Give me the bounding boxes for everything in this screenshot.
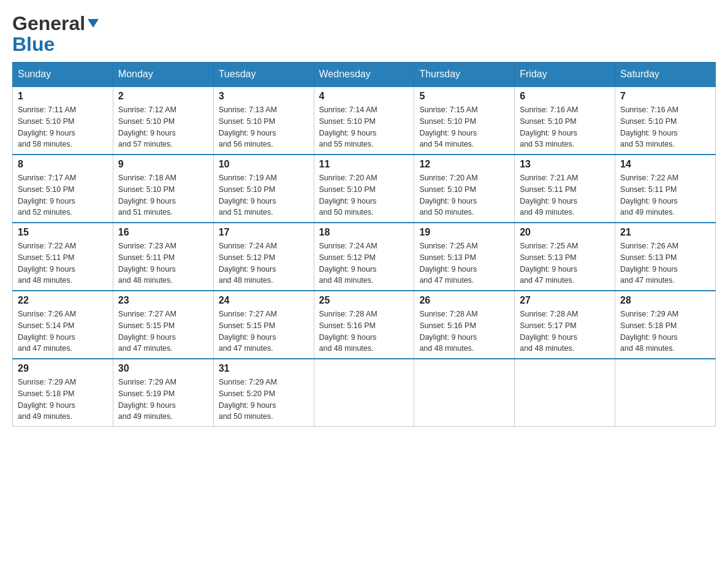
day-info: Sunrise: 7:27 AM Sunset: 5:15 PM Dayligh… xyxy=(118,308,208,354)
day-info: Sunrise: 7:29 AM Sunset: 5:18 PM Dayligh… xyxy=(620,308,710,354)
day-number: 10 xyxy=(219,159,309,170)
day-info: Sunrise: 7:28 AM Sunset: 5:17 PM Dayligh… xyxy=(520,308,610,354)
day-info: Sunrise: 7:11 AM Sunset: 5:10 PM Dayligh… xyxy=(18,104,108,150)
day-number: 27 xyxy=(520,295,610,306)
day-info: Sunrise: 7:16 AM Sunset: 5:10 PM Dayligh… xyxy=(520,104,610,150)
day-number: 23 xyxy=(118,295,208,306)
logo: General Blue xyxy=(12,12,99,56)
calendar-cell: 5 Sunrise: 7:15 AM Sunset: 5:10 PM Dayli… xyxy=(414,86,515,155)
day-info: Sunrise: 7:28 AM Sunset: 5:16 PM Dayligh… xyxy=(319,308,409,354)
day-number: 16 xyxy=(118,227,208,238)
day-number: 30 xyxy=(118,363,208,374)
day-info: Sunrise: 7:25 AM Sunset: 5:13 PM Dayligh… xyxy=(419,240,509,286)
calendar-cell: 3 Sunrise: 7:13 AM Sunset: 5:10 PM Dayli… xyxy=(213,86,314,155)
day-number: 11 xyxy=(319,159,409,170)
day-number: 18 xyxy=(319,227,409,238)
calendar-cell: 31 Sunrise: 7:29 AM Sunset: 5:20 PM Dayl… xyxy=(213,359,314,427)
weekday-header-thursday: Thursday xyxy=(414,63,515,87)
day-info: Sunrise: 7:20 AM Sunset: 5:10 PM Dayligh… xyxy=(319,172,409,218)
day-info: Sunrise: 7:22 AM Sunset: 5:11 PM Dayligh… xyxy=(18,240,108,286)
calendar-week-1: 1 Sunrise: 7:11 AM Sunset: 5:10 PM Dayli… xyxy=(13,86,716,155)
weekday-header-monday: Monday xyxy=(113,63,213,87)
day-number: 14 xyxy=(620,159,710,170)
calendar-cell xyxy=(615,359,716,427)
day-info: Sunrise: 7:20 AM Sunset: 5:10 PM Dayligh… xyxy=(419,172,509,218)
calendar-week-2: 8 Sunrise: 7:17 AM Sunset: 5:10 PM Dayli… xyxy=(13,155,716,223)
calendar-cell: 9 Sunrise: 7:18 AM Sunset: 5:10 PM Dayli… xyxy=(113,155,213,223)
calendar-cell: 25 Sunrise: 7:28 AM Sunset: 5:16 PM Dayl… xyxy=(314,291,414,359)
calendar-cell: 13 Sunrise: 7:21 AM Sunset: 5:11 PM Dayl… xyxy=(515,155,615,223)
day-number: 6 xyxy=(520,91,610,102)
day-info: Sunrise: 7:12 AM Sunset: 5:10 PM Dayligh… xyxy=(118,104,208,150)
day-number: 25 xyxy=(319,295,409,306)
day-info: Sunrise: 7:22 AM Sunset: 5:11 PM Dayligh… xyxy=(620,172,710,218)
day-number: 21 xyxy=(620,227,710,238)
day-info: Sunrise: 7:14 AM Sunset: 5:10 PM Dayligh… xyxy=(319,104,409,150)
weekday-header-sunday: Sunday xyxy=(13,63,113,87)
calendar-cell: 17 Sunrise: 7:24 AM Sunset: 5:12 PM Dayl… xyxy=(213,223,314,291)
calendar-cell: 30 Sunrise: 7:29 AM Sunset: 5:19 PM Dayl… xyxy=(113,359,213,427)
calendar-cell: 16 Sunrise: 7:23 AM Sunset: 5:11 PM Dayl… xyxy=(113,223,213,291)
day-number: 29 xyxy=(18,363,108,374)
day-number: 31 xyxy=(219,363,309,374)
day-info: Sunrise: 7:28 AM Sunset: 5:16 PM Dayligh… xyxy=(419,308,509,354)
logo-general: General xyxy=(12,12,85,35)
day-info: Sunrise: 7:17 AM Sunset: 5:10 PM Dayligh… xyxy=(18,172,108,218)
calendar-week-3: 15 Sunrise: 7:22 AM Sunset: 5:11 PM Dayl… xyxy=(13,223,716,291)
calendar-cell: 12 Sunrise: 7:20 AM Sunset: 5:10 PM Dayl… xyxy=(414,155,515,223)
calendar-cell xyxy=(414,359,515,427)
calendar-week-4: 22 Sunrise: 7:26 AM Sunset: 5:14 PM Dayl… xyxy=(13,291,716,359)
day-info: Sunrise: 7:18 AM Sunset: 5:10 PM Dayligh… xyxy=(118,172,208,218)
logo-triangle-icon xyxy=(88,19,99,28)
calendar-cell: 2 Sunrise: 7:12 AM Sunset: 5:10 PM Dayli… xyxy=(113,86,213,155)
day-info: Sunrise: 7:24 AM Sunset: 5:12 PM Dayligh… xyxy=(219,240,309,286)
header: General Blue xyxy=(12,12,716,56)
day-info: Sunrise: 7:26 AM Sunset: 5:13 PM Dayligh… xyxy=(620,240,710,286)
calendar-cell: 6 Sunrise: 7:16 AM Sunset: 5:10 PM Dayli… xyxy=(515,86,615,155)
day-number: 3 xyxy=(219,91,309,102)
logo-blue: Blue xyxy=(12,33,55,56)
calendar-cell: 27 Sunrise: 7:28 AM Sunset: 5:17 PM Dayl… xyxy=(515,291,615,359)
day-info: Sunrise: 7:19 AM Sunset: 5:10 PM Dayligh… xyxy=(219,172,309,218)
weekday-header-tuesday: Tuesday xyxy=(213,63,314,87)
calendar-cell: 14 Sunrise: 7:22 AM Sunset: 5:11 PM Dayl… xyxy=(615,155,716,223)
day-number: 15 xyxy=(18,227,108,238)
calendar-cell: 23 Sunrise: 7:27 AM Sunset: 5:15 PM Dayl… xyxy=(113,291,213,359)
weekday-header-row: SundayMondayTuesdayWednesdayThursdayFrid… xyxy=(13,63,716,87)
calendar-cell: 18 Sunrise: 7:24 AM Sunset: 5:12 PM Dayl… xyxy=(314,223,414,291)
day-number: 24 xyxy=(219,295,309,306)
day-number: 8 xyxy=(18,159,108,170)
day-info: Sunrise: 7:16 AM Sunset: 5:10 PM Dayligh… xyxy=(620,104,710,150)
calendar-cell xyxy=(515,359,615,427)
calendar-cell: 22 Sunrise: 7:26 AM Sunset: 5:14 PM Dayl… xyxy=(13,291,113,359)
day-info: Sunrise: 7:27 AM Sunset: 5:15 PM Dayligh… xyxy=(219,308,309,354)
calendar-cell: 24 Sunrise: 7:27 AM Sunset: 5:15 PM Dayl… xyxy=(213,291,314,359)
day-number: 28 xyxy=(620,295,710,306)
calendar-cell: 8 Sunrise: 7:17 AM Sunset: 5:10 PM Dayli… xyxy=(13,155,113,223)
day-number: 12 xyxy=(419,159,509,170)
calendar-cell: 15 Sunrise: 7:22 AM Sunset: 5:11 PM Dayl… xyxy=(13,223,113,291)
weekday-header-wednesday: Wednesday xyxy=(314,63,414,87)
day-info: Sunrise: 7:26 AM Sunset: 5:14 PM Dayligh… xyxy=(18,308,108,354)
day-number: 1 xyxy=(18,91,108,102)
day-number: 2 xyxy=(118,91,208,102)
day-number: 20 xyxy=(520,227,610,238)
day-info: Sunrise: 7:29 AM Sunset: 5:19 PM Dayligh… xyxy=(118,377,208,423)
weekday-header-saturday: Saturday xyxy=(615,63,716,87)
calendar-cell: 21 Sunrise: 7:26 AM Sunset: 5:13 PM Dayl… xyxy=(615,223,716,291)
calendar-body: 1 Sunrise: 7:11 AM Sunset: 5:10 PM Dayli… xyxy=(13,86,716,427)
day-number: 5 xyxy=(419,91,509,102)
day-number: 4 xyxy=(319,91,409,102)
calendar-cell: 10 Sunrise: 7:19 AM Sunset: 5:10 PM Dayl… xyxy=(213,155,314,223)
day-info: Sunrise: 7:29 AM Sunset: 5:20 PM Dayligh… xyxy=(219,377,309,423)
calendar-header: SundayMondayTuesdayWednesdayThursdayFrid… xyxy=(13,63,716,87)
calendar-cell xyxy=(314,359,414,427)
day-info: Sunrise: 7:15 AM Sunset: 5:10 PM Dayligh… xyxy=(419,104,509,150)
day-number: 22 xyxy=(18,295,108,306)
day-number: 9 xyxy=(118,159,208,170)
calendar-cell: 1 Sunrise: 7:11 AM Sunset: 5:10 PM Dayli… xyxy=(13,86,113,155)
day-info: Sunrise: 7:25 AM Sunset: 5:13 PM Dayligh… xyxy=(520,240,610,286)
calendar-cell: 26 Sunrise: 7:28 AM Sunset: 5:16 PM Dayl… xyxy=(414,291,515,359)
day-number: 17 xyxy=(219,227,309,238)
day-info: Sunrise: 7:24 AM Sunset: 5:12 PM Dayligh… xyxy=(319,240,409,286)
